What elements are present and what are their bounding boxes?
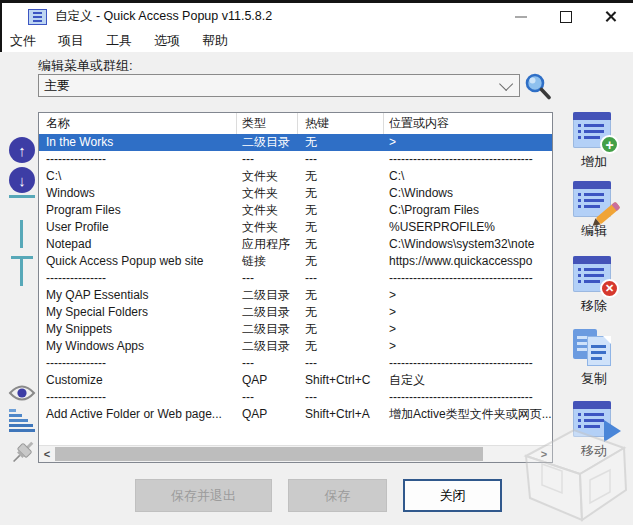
cell-type: 二级目录 [237,287,298,304]
add-button[interactable]: + 增加 [562,112,626,171]
table-row[interactable]: C:\文件夹无C:\ [39,168,552,185]
cell-hotkey: --- [298,355,384,372]
maximize-button[interactable] [543,3,588,30]
cell-hotkey: Shift+Ctrl+C [298,372,384,389]
sort-bars-icon [9,409,16,412]
menu-item[interactable]: 项目 [47,32,95,50]
x-icon: ✕ [600,279,619,298]
table-separator-row[interactable]: ----------------------------------------… [39,270,552,287]
cell-name: Program Files [39,202,237,219]
copy-button[interactable]: 复制 [562,327,626,388]
cell-hotkey: 无 [298,202,384,219]
sort-button[interactable] [9,409,35,433]
save-button[interactable]: 保存 [288,479,387,512]
cell-name: User Profile [39,219,237,236]
menu-select-combobox[interactable]: 主要 [38,74,520,97]
horizontal-separator-button[interactable] [9,194,35,220]
cell-type: --- [237,355,298,372]
close-dialog-button[interactable]: 关闭 [403,479,502,512]
cell-location: ------------------------------------ [384,389,552,406]
minimize-button[interactable] [498,3,543,30]
table-separator-row[interactable]: ----------------------------------------… [39,389,552,406]
scroll-right-icon[interactable]: > [536,446,552,462]
table-row[interactable]: User Profile文件夹无%USERPROFILE% [39,219,552,236]
menu-help[interactable]: 帮助 [191,32,239,50]
table-row[interactable]: Program Files文件夹无C:\Program Files [39,202,552,219]
table-row[interactable]: Windows文件夹无C:\Windows [39,185,552,202]
cell-type: QAP [237,406,298,423]
horizontal-scrollbar[interactable]: < > [39,445,552,462]
visibility-button[interactable] [8,384,36,402]
close-icon [604,10,617,23]
table-row[interactable]: My QAP Essentials二级目录无> [39,287,552,304]
move-icon [573,401,615,439]
table-separator-row[interactable]: ----------------------------------------… [39,355,552,372]
move-down-button[interactable]: ↓ [9,167,35,193]
magnifier-icon [524,72,552,100]
column-header-hotkey[interactable]: 热键 [298,113,384,134]
table-row[interactable]: My Snippets二级目录无> [39,321,552,338]
vertical-separator-button[interactable] [9,219,35,249]
cell-type: 文件夹 [237,202,298,219]
table-row[interactable]: Notepad应用程序无C:\Windows\system32\note [39,236,552,253]
table-row[interactable]: In the Works二级目录无> [39,134,552,151]
cell-hotkey: 无 [298,185,384,202]
cell-type: --- [237,151,298,168]
copy-icon [573,327,615,367]
table-row[interactable]: CustomizeQAPShift+Ctrl+C自定义 [39,372,552,389]
cell-hotkey: 无 [298,219,384,236]
table-row[interactable]: Add Active Folder or Web page...QAPShift… [39,406,552,423]
table-row[interactable]: My Special Folders二级目录无> [39,304,552,321]
table-rows: In the Works二级目录无>----------------------… [39,134,552,446]
close-button[interactable] [588,3,633,30]
app-window: 自定义 - Quick Access Popup v11.5.8.2 文件 项目… [0,0,633,525]
cell-location: > [384,338,552,355]
remove-button[interactable]: ✕ 移除 [562,256,626,315]
column-header-location[interactable]: 位置或内容 [384,113,552,134]
scrollbar-track[interactable] [55,446,536,462]
cell-type: 文件夹 [237,219,298,236]
cell-hotkey: 无 [298,253,384,270]
cell-type: 二级目录 [237,304,298,321]
save-and-exit-button[interactable]: 保存并退出 [135,479,272,512]
cell-hotkey: 无 [298,304,384,321]
combobox-value: 主要 [44,77,499,95]
cell-location: C:\ [384,168,552,185]
scrollbar-thumb[interactable] [55,447,483,461]
scroll-left-icon[interactable]: < [39,446,55,462]
cell-name: Windows [39,185,237,202]
cell-hotkey: 无 [298,236,384,253]
edit-button[interactable]: 编辑 [562,181,626,240]
move-label: 移动 [581,442,607,460]
cell-name: My Windows Apps [39,338,237,355]
cell-name: My QAP Essentials [39,287,237,304]
search-menu-button[interactable] [524,72,552,100]
cell-name: C:\ [39,168,237,185]
move-button[interactable]: 移动 [562,401,626,460]
chevron-down-icon [499,76,513,90]
table-row[interactable]: Quick Access Popup web site链接无https://ww… [39,253,552,270]
cell-hotkey: 无 [298,134,384,151]
vertical-line-icon [20,220,23,248]
table-separator-row[interactable]: ----------------------------------------… [39,151,552,168]
column-break-button[interactable] [9,254,35,288]
eye-icon [8,384,36,402]
title-bar[interactable]: 自定义 - Quick Access Popup v11.5.8.2 [2,3,633,30]
cell-name: --------------- [39,270,237,287]
window-title: 自定义 - Quick Access Popup v11.5.8.2 [55,8,272,25]
menu-options[interactable]: 选项 [143,32,191,50]
cell-name: --------------- [39,151,237,168]
move-up-button[interactable]: ↑ [9,137,35,163]
column-header-name[interactable]: 名称 [39,113,237,134]
menu-tools[interactable]: 工具 [95,32,143,50]
table-row[interactable]: My Windows Apps二级目录无> [39,338,552,355]
menu-file[interactable]: 文件 [2,32,47,50]
pin-button[interactable] [8,437,38,467]
cell-type: 二级目录 [237,338,298,355]
items-table: 名称 类型 热键 位置或内容 In the Works二级目录无>-------… [38,112,553,463]
cell-location: ------------------------------------ [384,270,552,287]
column-header-type[interactable]: 类型 [237,113,298,134]
cell-type: 二级目录 [237,321,298,338]
cell-type: 应用程序 [237,236,298,253]
cell-location: > [384,321,552,338]
